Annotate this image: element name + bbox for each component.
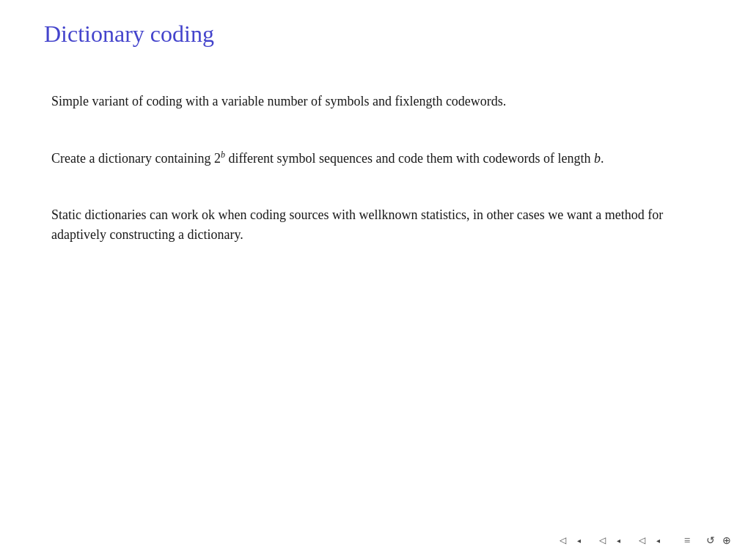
- nav-menu-icon[interactable]: ≡: [681, 534, 694, 547]
- slide-container: Dictionary coding Simple variant of codi…: [0, 0, 748, 560]
- nav-subsection-prev-icon[interactable]: ◁: [635, 534, 648, 547]
- nav-left-triangle[interactable]: ◂: [572, 534, 585, 547]
- navigation-bar: ◁ ◂ ◁ ◂ ◁ ◂ ≡ ↺ ⊕: [556, 534, 733, 547]
- paragraph-3: Static dictionaries can work ok when cod…: [51, 205, 697, 245]
- slide-title: Dictionary coding: [44, 21, 704, 48]
- paragraph-1: Simple variant of coding with a variable…: [51, 92, 697, 111]
- nav-prev-icon[interactable]: ◁: [556, 534, 569, 547]
- content-area: Simple variant of coding with a variable…: [44, 92, 704, 245]
- nav-section-prev-icon[interactable]: ◁: [595, 534, 609, 547]
- nav-subsection-left[interactable]: ◂: [651, 534, 664, 547]
- nav-loop-icon[interactable]: ↺: [704, 534, 717, 547]
- nav-section-left[interactable]: ◂: [612, 534, 625, 547]
- paragraph-2: Create a dictionary containing 2b differ…: [51, 148, 697, 169]
- nav-search-icon[interactable]: ⊕: [720, 534, 733, 547]
